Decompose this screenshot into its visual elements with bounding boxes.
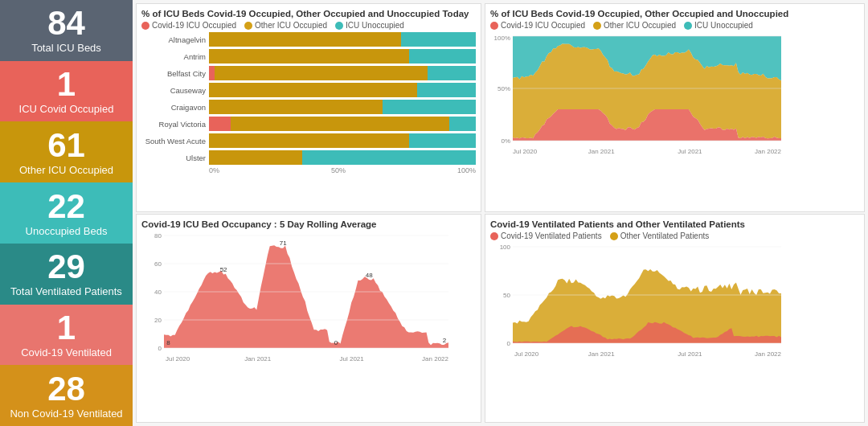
bar-label: Altnagelvin	[141, 35, 206, 44]
area-chart-1-panel: % of ICU Beds Covid-19 Occupied, Other O…	[485, 3, 865, 212]
svg-text:8: 8	[166, 339, 170, 346]
bar-chart-rows: Altnagelvin Antrim Belfast City Causeway…	[141, 32, 476, 165]
svg-text:Jan 2022: Jan 2022	[755, 148, 781, 155]
svg-text:Jul 2021: Jul 2021	[678, 148, 702, 155]
bar-row: Altnagelvin	[141, 32, 476, 47]
svg-text:80: 80	[154, 232, 162, 240]
stat-label: Other ICU Occupied	[19, 164, 113, 176]
bar-label: Antrim	[141, 52, 206, 61]
stat-box-total-ventilated-patients: 29Total Ventilated Patients	[0, 244, 133, 305]
stat-box-unoccupied-beds: 22Unoccupied Beds	[0, 182, 133, 244]
svg-text:Jan 2021: Jan 2021	[588, 350, 615, 358]
bar-label: South West Acute	[141, 137, 206, 145]
bar-unoccupied	[449, 117, 476, 131]
bar-label: Ulster	[141, 154, 206, 162]
stat-label: Covid-19 Ventilated	[21, 346, 112, 358]
bar-label: Royal Victoria	[141, 120, 206, 129]
bottom-row: Covid-19 ICU Bed Occupancy : 5 Day Rolli…	[136, 214, 865, 423]
legend-item: ICU Unoccupied	[684, 21, 753, 30]
svg-text:0%: 0%	[501, 137, 510, 145]
bar-label: Belfast City	[141, 69, 206, 78]
svg-text:0: 0	[334, 339, 338, 346]
bar-label: Causeway	[141, 86, 206, 95]
bar-track	[209, 100, 476, 114]
legend-item: Covid-19 Ventilated Patients	[490, 231, 602, 240]
area-chart-2-svg-container: 0 50 100 Jul 2020 Jan 2021 Jul 2021 Jan …	[490, 243, 859, 410]
svg-text:48: 48	[366, 272, 373, 279]
svg-text:Jan 2021: Jan 2021	[588, 148, 615, 155]
area-chart-1-svg: 100% 50% 0% Jul 2020 Jan 2021 Jul 2021 J…	[490, 32, 788, 157]
bar-track	[209, 117, 476, 131]
bar-track	[209, 150, 476, 165]
bar-covid	[209, 117, 231, 131]
stat-label: Total ICU Beds	[31, 42, 101, 54]
bar-other	[209, 150, 302, 165]
svg-text:Jul 2020: Jul 2020	[514, 350, 539, 358]
stat-label: Non Covid-19 Ventilated	[10, 408, 122, 420]
svg-text:71: 71	[280, 240, 287, 247]
bar-unoccupied	[383, 100, 476, 114]
stat-number: 1	[57, 311, 76, 345]
bar-track	[209, 133, 476, 148]
stat-number: 84	[47, 6, 85, 40]
svg-text:2: 2	[443, 337, 447, 344]
line-chart-svg: 0 20 40 60 80 52 71 48 8 0 2 Jul 2020 Ja…	[141, 231, 455, 364]
stat-label: ICU Covid Occupied	[19, 103, 114, 115]
svg-text:Jan 2022: Jan 2022	[422, 355, 448, 363]
app-layout: 84Total ICU Beds1ICU Covid Occupied61Oth…	[0, 0, 868, 426]
bar-track	[209, 32, 476, 47]
bar-covid	[209, 66, 215, 80]
area-chart-1-title: % of ICU Beds Covid-19 Occupied, Other O…	[490, 9, 859, 18]
legend-item: Other Ventilated Patients	[610, 231, 710, 240]
bar-other	[215, 66, 428, 80]
bar-unoccupied	[417, 83, 476, 97]
bar-chart-legend: Covid-19 ICU OccupiedOther ICU OccupiedI…	[141, 21, 476, 30]
stat-number: 29	[47, 250, 85, 284]
bar-unoccupied	[409, 49, 476, 63]
svg-text:20: 20	[154, 317, 162, 324]
axis-label: 100%	[457, 166, 476, 174]
line-chart-svg-container: 0 20 40 60 80 52 71 48 8 0 2 Jul 2020 Ja…	[141, 231, 476, 413]
stat-box-icu-covid-occupied: 1ICU Covid Occupied	[0, 61, 133, 122]
bar-row: Craigavon	[141, 100, 476, 114]
svg-text:Jul 2020: Jul 2020	[513, 148, 538, 155]
stat-number: 1	[57, 68, 76, 101]
bar-unoccupied	[401, 32, 476, 47]
svg-text:50: 50	[503, 292, 510, 299]
stat-number: 61	[47, 129, 85, 162]
legend-item: Covid-19 ICU Occupied	[490, 21, 585, 30]
area-chart-1-legend: Covid-19 ICU OccupiedOther ICU OccupiedI…	[490, 21, 859, 30]
svg-text:Jan 2022: Jan 2022	[755, 350, 781, 358]
line-chart-title: Covid-19 ICU Bed Occupancy : 5 Day Rolli…	[141, 219, 476, 229]
bar-row: Causeway	[141, 83, 476, 97]
bar-axis: 0%50%100%	[141, 166, 476, 174]
bar-chart-panel: % of ICU Beds Covid-19 Occupied, Other O…	[136, 3, 481, 212]
bar-other	[209, 100, 383, 114]
bar-other	[209, 32, 401, 47]
axis-label: 0%	[209, 166, 219, 174]
area-chart-1-svg-container: 100% 50% 0% Jul 2020 Jan 2021 Jul 2021 J…	[490, 32, 859, 199]
stat-label: Total Ventilated Patients	[10, 285, 122, 297]
svg-text:Jan 2021: Jan 2021	[244, 355, 271, 363]
bar-track	[209, 83, 476, 97]
svg-text:50%: 50%	[497, 85, 510, 92]
svg-text:Jul 2020: Jul 2020	[166, 355, 190, 363]
bar-other	[209, 49, 409, 63]
svg-text:100: 100	[500, 244, 511, 251]
stat-box-covid-19-ventilated: 1Covid-19 Ventilated	[0, 305, 133, 366]
legend-item: Covid-19 ICU Occupied	[141, 21, 236, 30]
bar-track	[209, 66, 476, 80]
bar-unoccupied	[428, 66, 476, 80]
bar-row: Belfast City	[141, 66, 476, 80]
stat-number: 28	[47, 372, 85, 406]
bar-row: South West Acute	[141, 133, 476, 148]
sidebar: 84Total ICU Beds1ICU Covid Occupied61Oth…	[0, 0, 133, 426]
svg-text:Jul 2021: Jul 2021	[340, 355, 365, 363]
svg-text:40: 40	[154, 289, 162, 296]
bar-chart-title: % of ICU Beds Covid-19 Occupied, Other O…	[141, 9, 476, 18]
bar-track	[209, 49, 476, 63]
bar-unoccupied	[302, 150, 476, 165]
area-chart-2-title: Covid-19 Ventilated Patients and Other V…	[490, 219, 859, 229]
area-chart-2-svg: 0 50 100 Jul 2020 Jan 2021 Jul 2021 Jan …	[490, 243, 788, 359]
bar-other	[231, 117, 449, 131]
